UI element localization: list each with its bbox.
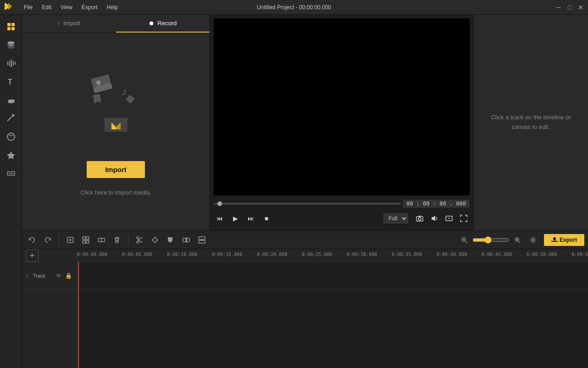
- sidebar-item-favorites[interactable]: [3, 147, 19, 163]
- timeline-settings-button[interactable]: [527, 234, 539, 246]
- close-button[interactable]: ✕: [577, 4, 584, 11]
- timeline-section: Export + 0:00:00.000 0:00:05.000 0:00:10…: [22, 230, 588, 368]
- preview-canvas: [214, 18, 470, 195]
- stop-button[interactable]: ■: [261, 212, 272, 224]
- delete-button[interactable]: [111, 234, 123, 246]
- ruler-gutter: +: [22, 249, 77, 262]
- sidebar-item-text[interactable]: T: [3, 73, 19, 90]
- ruler-row: + 0:00:00.000 0:00:05.000 0:00:10.000 0:…: [22, 249, 588, 262]
- sidebar-item-audio[interactable]: [3, 55, 19, 72]
- svg-rect-10: [9, 61, 10, 66]
- tab-record[interactable]: ⏺ Record: [116, 15, 210, 33]
- add-track-button[interactable]: +: [26, 249, 39, 262]
- svg-point-43: [137, 237, 139, 239]
- volume-button[interactable]: [428, 212, 440, 224]
- sidebar-item-effects[interactable]: [3, 92, 19, 108]
- fullscreen-small-button[interactable]: [443, 212, 455, 224]
- svg-rect-9: [7, 61, 8, 65]
- svg-rect-61: [551, 241, 558, 242]
- export-button[interactable]: Export: [544, 234, 584, 246]
- app-logo: [4, 2, 13, 12]
- tab-import[interactable]: ↑ Import: [22, 15, 116, 33]
- quality-select[interactable]: Full 1/2 1/4: [383, 213, 408, 223]
- play-button[interactable]: ▶: [229, 212, 241, 224]
- track-lock-button[interactable]: 🔒: [64, 272, 73, 280]
- svg-rect-13: [15, 62, 16, 65]
- svg-text:♪: ♪: [121, 85, 128, 98]
- svg-point-15: [7, 133, 15, 140]
- track-header-1: 1 Track 👁 🔒: [22, 262, 77, 290]
- zoom-controls: [458, 234, 524, 246]
- ruler-label-2: 0:00:10.000: [167, 252, 197, 257]
- preview-progress-thumb[interactable]: [217, 201, 222, 206]
- zoom-out-button[interactable]: [458, 234, 471, 246]
- track-visibility-button[interactable]: 👁: [55, 272, 62, 280]
- ruler-label-9: 0:00:45.000: [482, 252, 512, 257]
- track-lane-1: [77, 262, 588, 290]
- ruler-label-10: 0:00:50.000: [527, 252, 557, 257]
- menu-view[interactable]: View: [57, 3, 76, 11]
- window-title: Untitled Project - 00:00:00.000: [257, 4, 331, 11]
- sidebar-item-captions[interactable]: [3, 165, 19, 182]
- media-content: ♪: [22, 33, 210, 230]
- group-button[interactable]: [79, 234, 92, 246]
- menu-export[interactable]: Export: [78, 3, 101, 11]
- svg-rect-47: [183, 238, 186, 242]
- svg-line-54: [466, 241, 467, 243]
- preview-panel: 00 : 00 : 00 . 000 ⏮ ▶ ⏭ ■ Full 1/2 1/4: [210, 15, 473, 230]
- redo-button[interactable]: [41, 234, 54, 246]
- add-clip-button[interactable]: [64, 234, 77, 246]
- skip-forward-button[interactable]: ⏭: [245, 212, 257, 224]
- toolbar-separator-1: [59, 235, 59, 245]
- ruler-label-6: 0:00:30.000: [347, 252, 377, 257]
- svg-rect-3: [11, 23, 15, 26]
- media-illustration: ♪: [75, 67, 157, 150]
- properties-hint: Click a track on the timeline or canvas …: [483, 113, 579, 132]
- svg-rect-48: [187, 238, 189, 242]
- svg-marker-1: [8, 3, 12, 10]
- record-tab-icon: ⏺: [149, 20, 155, 27]
- import-button[interactable]: Import: [87, 161, 145, 178]
- svg-rect-12: [13, 61, 14, 66]
- svg-point-27: [418, 217, 421, 220]
- menu-help[interactable]: Help: [103, 3, 122, 11]
- sidebar-item-stickers[interactable]: [3, 128, 19, 145]
- sidebar-item-layers[interactable]: [3, 37, 19, 53]
- maximize-button[interactable]: □: [566, 4, 573, 11]
- zoom-in-button[interactable]: [511, 234, 524, 246]
- snap-button[interactable]: [149, 234, 161, 246]
- fullscreen-button[interactable]: [458, 212, 470, 224]
- svg-rect-51: [199, 240, 205, 243]
- svg-marker-46: [168, 237, 172, 243]
- sidebar-item-transitions[interactable]: [3, 110, 19, 127]
- preview-progress-bar[interactable]: [214, 203, 401, 205]
- svg-rect-50: [199, 237, 205, 240]
- minimize-button[interactable]: ─: [555, 4, 562, 11]
- svg-rect-2: [7, 23, 11, 26]
- sidebar-item-media[interactable]: [3, 18, 19, 35]
- split-button[interactable]: [180, 234, 193, 246]
- cut-button[interactable]: [133, 234, 146, 246]
- skip-back-button[interactable]: ⏮: [214, 212, 226, 224]
- ungroup-button[interactable]: [95, 234, 108, 246]
- export-label: Export: [560, 237, 577, 243]
- undo-button[interactable]: [26, 234, 39, 246]
- ruler-label-0: 0:00:00.000: [77, 252, 107, 257]
- svg-marker-28: [432, 216, 435, 221]
- ruler-label-4: 0:00:20.000: [257, 252, 287, 257]
- svg-rect-11: [11, 60, 12, 67]
- detach-audio-button[interactable]: [195, 234, 208, 246]
- timeline-toolbar: Export: [22, 231, 588, 249]
- media-panel: ↑ Import ⏺ Record: [22, 15, 210, 230]
- marker-button[interactable]: [164, 234, 177, 246]
- svg-marker-16: [7, 151, 15, 159]
- preview-timeline-bar: 00 : 00 : 00 . 000: [214, 197, 470, 210]
- menu-file[interactable]: File: [20, 3, 36, 11]
- menu-edit[interactable]: Edit: [38, 3, 55, 11]
- preview-and-props: 00 : 00 : 00 . 000 ⏮ ▶ ⏭ ■ Full 1/2 1/4: [210, 15, 588, 230]
- sidebar: T: [0, 15, 22, 368]
- snapshot-button[interactable]: [414, 212, 426, 224]
- ruler-label-5: 0:00:25.000: [302, 252, 332, 257]
- menu-bar: File Edit View Export Help: [20, 3, 122, 11]
- zoom-slider[interactable]: [472, 236, 509, 244]
